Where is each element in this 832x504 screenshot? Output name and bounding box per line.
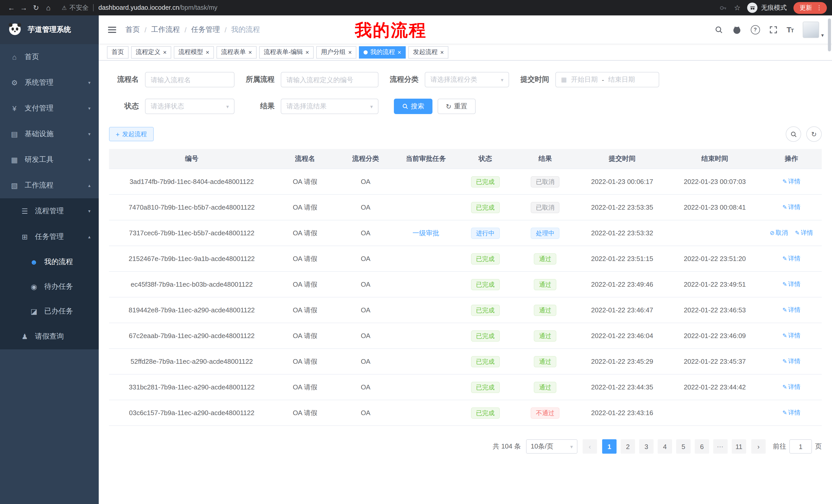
reset-button[interactable]: ↻ 重置: [438, 99, 476, 114]
cell-current-task: [395, 348, 456, 374]
detail-link[interactable]: ✎详情: [795, 229, 813, 236]
tab-close-icon[interactable]: ×: [348, 49, 352, 55]
page-button[interactable]: 2: [621, 439, 635, 454]
sidebar-item-task-mgmt[interactable]: ⊞ 任务管理 ▴: [0, 224, 99, 250]
detail-link[interactable]: ✎详情: [782, 358, 800, 365]
edit-icon: ✎: [782, 410, 787, 416]
sidebar-item-done-task[interactable]: ◪ 已办任务: [0, 299, 99, 324]
sidebar-item-todo-task[interactable]: ◉ 待办任务: [0, 274, 99, 299]
prev-page-button[interactable]: ‹: [582, 439, 597, 454]
search-icon[interactable]: [714, 25, 723, 34]
detail-link[interactable]: ✎详情: [782, 409, 800, 416]
create-process-button[interactable]: + 发起流程: [109, 127, 154, 141]
breadcrumb-item[interactable]: 工作流程: [151, 25, 180, 34]
bookmark-star-icon[interactable]: ☆: [734, 4, 740, 12]
detail-link[interactable]: ✎详情: [782, 178, 800, 185]
page-button[interactable]: 11: [732, 439, 746, 454]
back-icon[interactable]: ←: [5, 4, 18, 12]
breadcrumb-item[interactable]: 任务管理: [191, 25, 220, 34]
detail-link[interactable]: ✎详情: [782, 203, 800, 211]
refresh-table-button[interactable]: ↻: [806, 127, 822, 142]
help-icon[interactable]: ?: [751, 25, 760, 34]
current-task-link[interactable]: 一级审批: [412, 229, 439, 236]
page-size-select[interactable]: 10条/页 ▾: [526, 439, 577, 454]
cell-id: 7317cec6-7b9b-11ec-b5b7-acde48001122: [109, 220, 274, 246]
page-button[interactable]: 6: [695, 439, 709, 454]
date-range-picker[interactable]: ▦ 开始日期 - 结束日期: [555, 72, 659, 87]
tab-process-form[interactable]: 流程表单 ×: [216, 46, 257, 58]
tab-process-model[interactable]: 流程模型 ×: [174, 46, 214, 58]
sidebar-item-home[interactable]: ⌂ 首页: [0, 44, 99, 70]
breadcrumb-item[interactable]: 首页: [126, 25, 140, 34]
page-button[interactable]: 5: [676, 439, 691, 454]
sidebar-item-label: 任务管理: [35, 232, 64, 242]
password-key-icon[interactable]: [720, 4, 727, 11]
cell-operations: ⊘ ✎详情: [761, 323, 822, 348]
tab-start-process[interactable]: 发起流程 ×: [408, 46, 448, 58]
sidebar-toggle-icon[interactable]: [107, 24, 117, 35]
forward-icon[interactable]: →: [18, 4, 30, 12]
status-select[interactable]: 请选择状态 ▾: [145, 99, 234, 114]
tab-close-icon[interactable]: ×: [249, 49, 252, 55]
breadcrumb-item[interactable]: 我的流程: [231, 25, 260, 34]
edit-icon: ✎: [782, 255, 787, 261]
cell-current-task: [395, 169, 456, 194]
address-bar[interactable]: ⚠ 不安全 dashboard.yudao.iocoder.cn/bpm/tas…: [62, 3, 217, 12]
result-select[interactable]: 请选择流结果 ▾: [281, 99, 379, 114]
cancel-link[interactable]: ⊘取消: [770, 229, 788, 236]
reload-icon[interactable]: ↻: [30, 4, 42, 12]
tab-my-process[interactable]: 我的流程 ×: [359, 46, 406, 58]
detail-link[interactable]: ✎详情: [782, 306, 800, 313]
sidebar-item-workflow[interactable]: ▧ 工作流程 ▴: [0, 173, 99, 198]
github-icon[interactable]: [732, 25, 741, 34]
sidebar-item-system[interactable]: ⚙ 系统管理 ▾: [0, 70, 99, 95]
sidebar-item-devtools[interactable]: ▦ 研发工具 ▾: [0, 147, 99, 173]
tab-close-icon[interactable]: ×: [206, 49, 209, 55]
detail-link[interactable]: ✎详情: [782, 281, 800, 288]
sidebar-item-infrastructure[interactable]: ▤ 基础设施 ▾: [0, 121, 99, 147]
page-button[interactable]: ⋯: [713, 439, 728, 454]
sidebar-item-process-mgmt[interactable]: ☰ 流程管理 ▾: [0, 198, 99, 224]
tab-process-definition[interactable]: 流程定义 ×: [131, 46, 171, 58]
tab-close-icon[interactable]: ×: [163, 49, 166, 55]
cell-end-time: 2022-01-23 00:08:41: [669, 194, 761, 220]
cell-submit-time: 2022-01-22 23:53:35: [576, 194, 669, 220]
browser-home-icon[interactable]: ⌂: [42, 4, 54, 12]
app-logo[interactable]: 芋道管理系统: [0, 16, 99, 44]
user-menu[interactable]: ▾: [803, 21, 824, 38]
browser-menu-icon[interactable]: ⋮: [816, 4, 822, 11]
tab-close-icon[interactable]: ×: [306, 49, 309, 55]
process-name-input[interactable]: [145, 72, 234, 87]
page-button[interactable]: 4: [658, 439, 672, 454]
tab-process-form-edit[interactable]: 流程表单-编辑 ×: [259, 46, 314, 58]
cell-status: 已完成: [456, 323, 515, 348]
search-button[interactable]: 搜索: [394, 99, 433, 114]
avatar[interactable]: [803, 21, 819, 38]
tab-close-icon[interactable]: ×: [397, 49, 401, 55]
detail-link[interactable]: ✎详情: [782, 383, 800, 390]
cell-id: 67c2eaab-7b9a-11ec-a290-acde48001122: [109, 323, 274, 348]
category-select[interactable]: 请选择流程分类 ▾: [425, 72, 509, 87]
cell-submit-time: 2022-01-23 00:06:17: [576, 169, 669, 194]
process-def-input[interactable]: [281, 72, 379, 87]
cell-process-name: OA 请假: [274, 169, 336, 194]
page-button[interactable]: 3: [639, 439, 654, 454]
sidebar-item-payment[interactable]: ¥ 支付管理 ▾: [0, 95, 99, 121]
sidebar-item-leave-query[interactable]: ♟ 请假查询: [0, 324, 99, 349]
tab-user-group[interactable]: 用户分组 ×: [316, 46, 356, 58]
detail-link[interactable]: ✎详情: [782, 255, 800, 262]
sidebar-item-my-process[interactable]: ☻ 我的流程: [0, 250, 99, 274]
tab-close-icon[interactable]: ×: [440, 49, 444, 55]
detail-link[interactable]: ✎详情: [782, 332, 800, 339]
next-page-button[interactable]: ›: [751, 439, 766, 454]
tab-home[interactable]: 首页 ×: [107, 46, 129, 58]
page-button[interactable]: 1: [602, 439, 617, 454]
search-toggle-button[interactable]: [786, 127, 801, 142]
fullscreen-icon[interactable]: [769, 25, 777, 34]
scrollbar[interactable]: [828, 19, 831, 51]
goto-page-input[interactable]: [789, 439, 812, 454]
chevron-icon: ▴: [88, 183, 90, 188]
cell-id: 52ffd28e-7b9a-11ec-a290-acde48001122: [109, 348, 274, 374]
font-size-icon[interactable]: TT: [786, 25, 794, 34]
browser-update-button[interactable]: 更新 ⋮: [794, 2, 827, 13]
